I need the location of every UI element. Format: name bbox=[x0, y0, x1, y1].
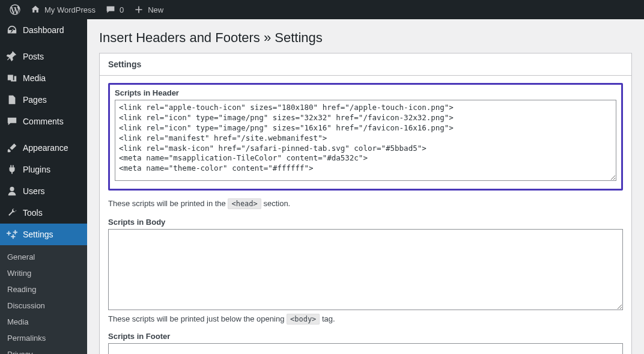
sidebar-item-comments[interactable]: Comments bbox=[0, 111, 87, 132]
settings-sub-item[interactable]: Privacy bbox=[0, 346, 87, 354]
textarea-scripts-body[interactable] bbox=[108, 229, 623, 310]
sidebar-item-users[interactable]: Users bbox=[0, 180, 87, 202]
label-scripts-header: Scripts in Header bbox=[115, 88, 616, 97]
settings-sub-item[interactable]: Permalinks bbox=[0, 330, 87, 346]
panel-heading: Settings bbox=[100, 53, 631, 76]
settings-sub-item[interactable]: Reading bbox=[0, 281, 87, 298]
sidebar-item-label: Pages bbox=[23, 95, 47, 105]
sidebar-item-posts[interactable]: Posts bbox=[0, 46, 87, 67]
admin-toolbar: My WordPress 0 New bbox=[0, 0, 644, 19]
textarea-scripts-footer[interactable] bbox=[108, 343, 623, 354]
sidebar-item-settings[interactable]: Settings bbox=[0, 224, 87, 245]
help-scripts-body: These scripts will be printed just below… bbox=[108, 314, 623, 323]
label-scripts-footer: Scripts in Footer bbox=[108, 332, 623, 341]
media-icon bbox=[6, 72, 18, 84]
sidebar-item-appearance[interactable]: Appearance bbox=[0, 137, 87, 159]
head-tag-code: <head> bbox=[228, 198, 261, 209]
wordpress-icon bbox=[10, 4, 20, 15]
sidebar-item-label: Appearance bbox=[23, 143, 68, 153]
pages-icon bbox=[6, 94, 18, 106]
wrench-icon bbox=[6, 207, 18, 219]
sidebar-item-pages[interactable]: Pages bbox=[0, 89, 87, 111]
sidebar-item-label: Tools bbox=[23, 208, 43, 218]
dashboard-icon bbox=[6, 24, 18, 36]
settings-sub-item[interactable]: Writing bbox=[0, 265, 87, 281]
brush-icon bbox=[6, 142, 18, 154]
body-tag-code: <body> bbox=[287, 314, 320, 325]
page-title: Insert Headers and Footers » Settings bbox=[99, 19, 632, 53]
user-icon bbox=[6, 185, 18, 197]
new-content-link[interactable]: New bbox=[129, 0, 168, 19]
sidebar-item-label: Plugins bbox=[23, 165, 50, 174]
field-scripts-body: Scripts in Body These scripts will be pr… bbox=[108, 218, 623, 323]
label-scripts-body: Scripts in Body bbox=[108, 218, 623, 227]
sidebar-item-tools[interactable]: Tools bbox=[0, 202, 87, 224]
wp-logo[interactable] bbox=[5, 0, 25, 19]
sidebar-item-label: Posts bbox=[23, 52, 44, 61]
sidebar-item-label: Media bbox=[23, 73, 46, 83]
comment-icon bbox=[6, 115, 18, 127]
settings-submenu: GeneralWritingReadingDiscussionMediaPerm… bbox=[0, 245, 87, 354]
comments-link[interactable]: 0 bbox=[100, 0, 129, 19]
comments-count: 0 bbox=[120, 5, 124, 14]
sliders-icon bbox=[6, 228, 18, 240]
content-area: Insert Headers and Footers » Settings Se… bbox=[87, 19, 644, 354]
home-icon bbox=[30, 4, 41, 15]
help-scripts-header: These scripts will be printed in the <he… bbox=[108, 199, 623, 208]
sidebar-item-media[interactable]: Media bbox=[0, 67, 87, 89]
sidebar-item-plugins[interactable]: Plugins bbox=[0, 159, 87, 180]
settings-sub-item[interactable]: Discussion bbox=[0, 298, 87, 314]
settings-panel: Settings Scripts in Header These scripts… bbox=[99, 53, 632, 354]
comment-icon bbox=[105, 4, 116, 15]
admin-sidebar: DashboardPostsMediaPagesCommentsAppearan… bbox=[0, 19, 87, 354]
site-home-link[interactable]: My WordPress bbox=[25, 0, 100, 19]
new-label: New bbox=[148, 5, 163, 14]
settings-sub-item[interactable]: Media bbox=[0, 314, 87, 330]
sidebar-item-dashboard[interactable]: Dashboard bbox=[0, 19, 87, 41]
plug-icon bbox=[6, 163, 18, 175]
settings-sub-item[interactable]: General bbox=[0, 249, 87, 265]
textarea-scripts-header[interactable] bbox=[115, 100, 616, 181]
plus-icon bbox=[133, 4, 144, 15]
sidebar-item-label: Settings bbox=[23, 230, 53, 239]
sidebar-item-label: Users bbox=[23, 186, 45, 196]
sidebar-item-label: Dashboard bbox=[23, 25, 64, 35]
pin-icon bbox=[6, 50, 18, 63]
field-scripts-footer: Scripts in Footer bbox=[108, 332, 623, 354]
field-scripts-header: Scripts in Header bbox=[108, 83, 623, 191]
sidebar-item-label: Comments bbox=[23, 117, 64, 126]
site-name: My WordPress bbox=[44, 5, 96, 14]
